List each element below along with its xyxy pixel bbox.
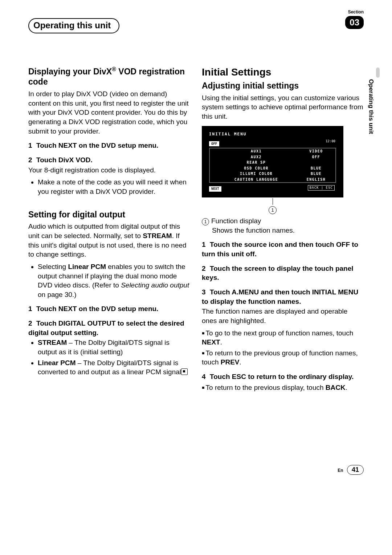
lcd-row[interactable]: ILLUMI COLORBLUE bbox=[210, 171, 335, 177]
step-1: 1Touch NEXT on the DVD setup menu. bbox=[28, 304, 190, 314]
lcd-back-esc-button[interactable]: BACK | ESC bbox=[308, 185, 335, 190]
legend-item: 1Function display Shows the function nam… bbox=[202, 216, 364, 235]
list-item: STREAM – The Dolby Digital/DTS signal is… bbox=[38, 338, 190, 356]
step-1: 1Touch NEXT on the DVD setup menu. bbox=[28, 141, 190, 150]
page-title: Operating this unit bbox=[28, 18, 119, 33]
page-header: Section Operating this unit 03 bbox=[28, 15, 364, 33]
lcd-row[interactable]: REAR SP bbox=[210, 160, 335, 166]
heading-initial-settings: Initial Settings bbox=[202, 65, 364, 79]
list-item: Selecting Linear PCM enables you to swit… bbox=[38, 262, 190, 299]
lcd-row[interactable]: AUX2OFF bbox=[210, 154, 335, 160]
left-column: Displaying your DivX® VOD registration c… bbox=[28, 65, 190, 395]
footer-language: En bbox=[338, 468, 343, 473]
stop-icon bbox=[181, 368, 188, 375]
list-item: To return to the previous group of funct… bbox=[202, 348, 364, 367]
step-3: 3Touch A.MENU and then touch INITIAL MEN… bbox=[202, 287, 364, 306]
side-tab-marker bbox=[376, 68, 380, 78]
lcd-row[interactable]: AUX1VIDEO bbox=[210, 148, 335, 154]
step-4: 4Touch ESC to return to the ordinary dis… bbox=[202, 372, 364, 381]
lcd-title: INITIAL MENU bbox=[207, 131, 338, 138]
right-column: Initial Settings Adjusting initial setti… bbox=[202, 65, 364, 395]
body-text: Using the initial settings, you can cust… bbox=[202, 93, 364, 121]
lcd-screenshot: INITIAL MENU OFF 12:00 AUX1VIDEO AUX2OFF… bbox=[202, 126, 343, 214]
side-tab-label: Operating this unit bbox=[367, 79, 375, 134]
step-1: 1Touch the source icon and then touch OF… bbox=[202, 240, 364, 258]
step-2: 2Touch DivX VOD. bbox=[28, 155, 190, 165]
lcd-clock: 12:00 bbox=[326, 139, 335, 143]
body-text: The function names are displayed and ope… bbox=[202, 307, 364, 325]
heading-divx: Displaying your DivX® VOD registration c… bbox=[28, 65, 190, 87]
body-text: Your 8-digit registration code is displa… bbox=[28, 166, 190, 175]
page-footer: En 41 bbox=[28, 460, 364, 475]
heading-digital-output: Setting for digital output bbox=[28, 209, 190, 220]
list-item: To return to the previous display, touch… bbox=[202, 383, 364, 392]
list-item: Make a note of the code as you will need… bbox=[38, 177, 190, 196]
page-number: 41 bbox=[347, 465, 364, 475]
heading-adjusting: Adjusting initial settings bbox=[202, 81, 364, 91]
legend-number-icon: 1 bbox=[202, 218, 209, 225]
step-2: 2Touch the screen to display the touch p… bbox=[202, 264, 364, 282]
body-text: In order to play DivX VOD (video on dema… bbox=[28, 89, 190, 136]
lcd-row[interactable]: CAUTION LANGUAGEENGLISH bbox=[210, 177, 335, 183]
list-item: Linear PCM – The Dolby Digital/DTS signa… bbox=[38, 358, 190, 377]
body-text: Audio which is outputted from digital ou… bbox=[28, 222, 190, 259]
callout: 1 bbox=[202, 198, 343, 214]
list-item: To go to the next group of function name… bbox=[202, 328, 364, 347]
section-number: 03 bbox=[345, 16, 364, 29]
lcd-row[interactable]: OSD COLORBLUE bbox=[210, 166, 335, 171]
lcd-off-button[interactable]: OFF bbox=[209, 141, 219, 146]
lcd-function-list: AUX1VIDEO AUX2OFF REAR SP OSD COLORBLUE … bbox=[209, 148, 336, 183]
lcd-next-button[interactable]: NEXT bbox=[209, 186, 221, 191]
section-label: Section bbox=[348, 9, 364, 15]
step-2: 2Touch DIGITAL OUTPUT to select the desi… bbox=[28, 319, 190, 337]
